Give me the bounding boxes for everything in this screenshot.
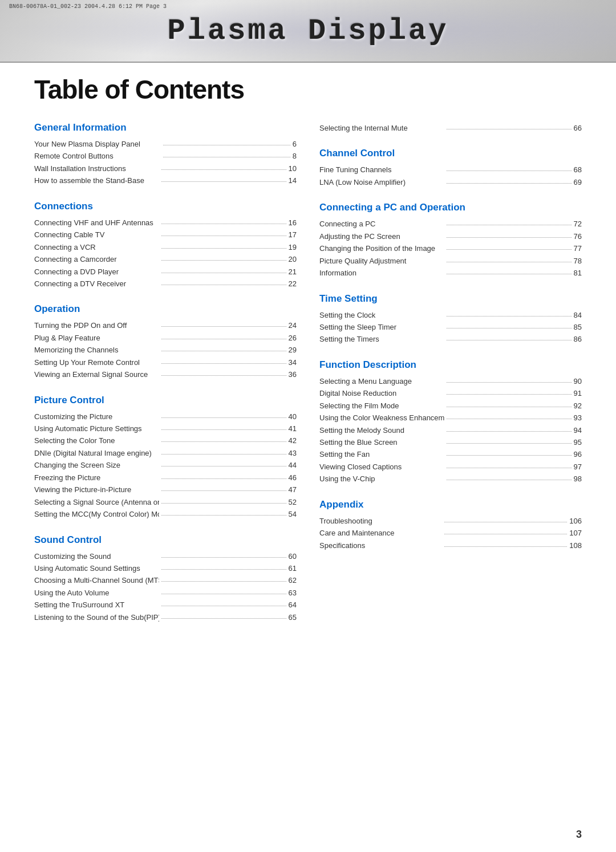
toc-entry: LNA (Low Noise Amplifier)69 <box>319 176 582 188</box>
toc-entry: Troubleshooting106 <box>319 515 582 527</box>
entry-dots <box>161 611 286 619</box>
entry-text: Information <box>319 267 444 279</box>
entry-text: Troubleshooting <box>319 515 442 527</box>
entry-dots <box>161 253 286 261</box>
entry-page: 44 <box>289 459 297 471</box>
entry-text: Setting Up Your Remote Control <box>34 356 159 368</box>
entry-dots <box>447 309 572 317</box>
entry-page: 93 <box>574 412 582 424</box>
toc-entry: Digital Noise Reduction91 <box>319 387 582 399</box>
toc-entry: Customizing the Sound60 <box>34 550 297 562</box>
entry-page: 106 <box>569 515 582 527</box>
toc-entry: Setting the Sleep Timer85 <box>319 321 582 333</box>
entry-text: Selecting a Menu Language <box>319 375 444 387</box>
entry-text: Digital Noise Reduction <box>319 387 444 399</box>
toc-entry: Selecting the Film Mode92 <box>319 400 582 412</box>
toc-section: AppendixTroubleshooting106Care and Maint… <box>319 499 582 551</box>
entry-page: 76 <box>574 230 582 242</box>
toc-entry: Selecting a Signal Source (Antenna or Ca… <box>34 496 297 508</box>
toc-entry: Connecting Cable TV17 <box>34 229 297 241</box>
entry-page: 36 <box>289 368 297 380</box>
entry-page: 84 <box>574 309 582 321</box>
entry-page: 24 <box>289 319 297 331</box>
toc-entry: Selecting a Menu Language90 <box>319 375 582 387</box>
entry-dots <box>447 375 572 383</box>
entry-dots <box>447 218 572 225</box>
entry-text: Specifications <box>319 539 442 551</box>
toc-entry: DNIe (Digital Natural Image engine)43 <box>34 447 297 459</box>
entry-page: 42 <box>289 435 297 447</box>
entry-page: 77 <box>574 242 582 254</box>
entry-dots <box>447 267 572 274</box>
toc-entry: Selecting the Color Tone42 <box>34 435 297 447</box>
entry-text: Using the V-Chip <box>319 473 444 485</box>
entry-page: 97 <box>574 461 582 473</box>
entry-text: Connecting a PC <box>319 218 444 230</box>
entry-page: 60 <box>289 550 297 562</box>
toc-entry: Choosing a Multi-Channel Sound (MTS)Soun… <box>34 574 297 586</box>
entry-dots <box>161 175 286 182</box>
entry-page: 72 <box>574 218 582 230</box>
toc-entry: Setting the Clock84 <box>319 309 582 321</box>
entry-dots <box>447 164 572 171</box>
entry-page: 47 <box>289 484 297 496</box>
toc-entry: Setting the Melody Sound94 <box>319 424 582 436</box>
entry-dots <box>447 321 572 328</box>
toc-entry: Adjusting the PC Screen76 <box>319 230 582 242</box>
toc-entry: Listening to the Sound of the Sub(PIP) P… <box>34 611 297 623</box>
entry-text: Connecting a DTV Receiver <box>34 278 159 290</box>
entry-dots <box>161 459 286 466</box>
entry-text: Remote Control Buttons <box>34 150 161 162</box>
entry-dots <box>447 242 572 250</box>
main-content: Table of Contents General InformationYou… <box>0 63 616 660</box>
entry-dots <box>447 448 572 456</box>
toc-entry: Your New Plasma Display Panel6 <box>34 138 297 150</box>
toc-entry: Specifications108 <box>319 539 582 551</box>
entry-dots <box>161 587 286 594</box>
entry-dots <box>447 412 572 419</box>
entry-page: 63 <box>289 587 297 599</box>
entry-page: 78 <box>574 255 582 267</box>
entry-text: Viewing an External Signal Source <box>34 368 159 380</box>
entry-dots <box>447 176 572 184</box>
entry-page: 8 <box>293 150 297 162</box>
toc-entry: Fine Tuning Channels68 <box>319 164 582 176</box>
entry-dots <box>161 319 286 327</box>
entry-dots <box>447 461 572 468</box>
entry-page: 41 <box>289 423 297 435</box>
toc-entry: How to assemble the Stand-Base14 <box>34 175 297 186</box>
toc-entry: Changing the Screen Size44 <box>34 459 297 471</box>
entry-text: Connecting Cable TV <box>34 229 159 241</box>
entry-page: 34 <box>289 356 297 368</box>
entry-dots <box>447 255 572 262</box>
entry-dots <box>444 539 567 547</box>
entry-page: 43 <box>289 447 297 459</box>
entry-page: 46 <box>289 472 297 484</box>
entry-dots <box>161 496 286 504</box>
entry-text: Customizing the Sound <box>34 550 159 562</box>
toc-entry: Turning the PDP On and Off24 <box>34 319 297 331</box>
entry-page: 22 <box>289 278 297 290</box>
entry-page: 98 <box>574 473 582 485</box>
entry-dots <box>161 423 286 430</box>
entry-dots <box>444 527 567 534</box>
toc-entry: Connecting a Camcorder20 <box>34 253 297 265</box>
entry-text: LNA (Low Noise Amplifier) <box>319 176 444 188</box>
entry-page: 107 <box>569 527 582 539</box>
toc-section: Picture ControlCustomizing the Picture40… <box>34 395 297 521</box>
toc-entry: Connecting a VCR19 <box>34 241 297 253</box>
toc-entry: Viewing Closed Captions97 <box>319 461 582 473</box>
toc-entry: Plug & Play Feature26 <box>34 332 297 344</box>
entry-page: 62 <box>289 574 297 586</box>
toc-section: Sound ControlCustomizing the Sound60Usin… <box>34 534 297 624</box>
entry-page: 92 <box>574 400 582 412</box>
entry-dots <box>444 515 567 522</box>
entry-text: Your New Plasma Display Panel <box>34 138 161 150</box>
section-title: Appendix <box>319 499 582 510</box>
entry-text: Viewing Closed Captions <box>319 461 444 473</box>
toc-entry: Information81 <box>319 267 582 279</box>
entry-page: 81 <box>574 267 582 279</box>
entry-text: Picture Quality Adjustment <box>319 255 444 267</box>
entry-text: Plug & Play Feature <box>34 332 159 344</box>
entry-page: 54 <box>289 508 297 520</box>
